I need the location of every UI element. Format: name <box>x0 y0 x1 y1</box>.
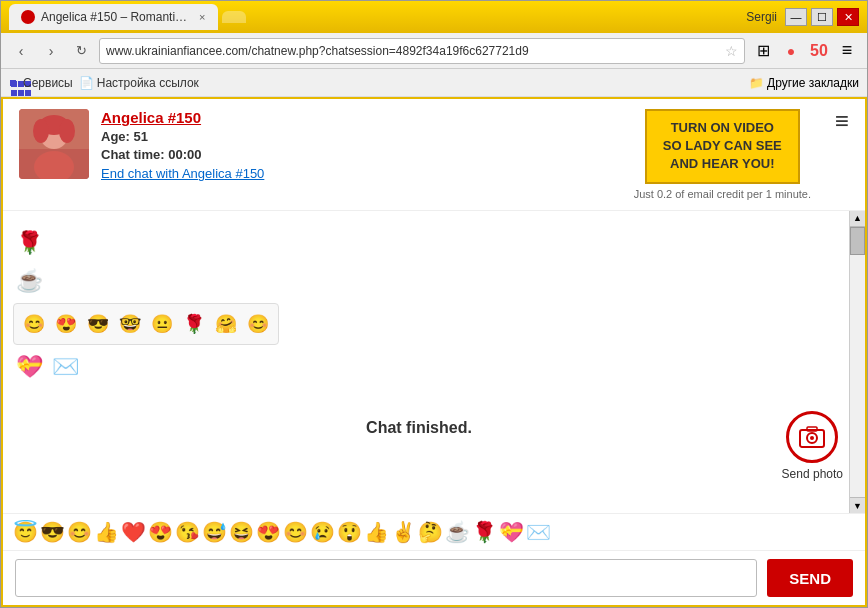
emoji-row-hearts: 💝 ✉️ <box>13 351 825 383</box>
send-photo-label: Send photo <box>782 467 843 481</box>
b-emoji-17[interactable]: ☕ <box>445 520 470 544</box>
title-bar: Angelica #150 – Romanti… × Sergii — ☐ ✕ <box>1 1 867 33</box>
user-label: Sergii <box>746 10 777 24</box>
scroll-up-btn[interactable]: ▲ <box>850 211 865 227</box>
nav-bar: ‹ › ↻ www.ukrainianfiancee.com/chatnew.p… <box>1 33 867 69</box>
bookmarks-bar: Сервисы 📄 Настройка ссылок 📁 Другие закл… <box>1 69 867 97</box>
chat-messages: 🌹 ☕ 😊 😍 😎 🤓 😐 🌹 🤗 😊 <box>3 211 865 513</box>
nav-icons: ⊞ ● 50 ≡ <box>751 39 859 63</box>
b-emoji-1[interactable]: 😇 <box>13 520 38 544</box>
emoji-8[interactable]: 😊 <box>244 310 272 338</box>
bottom-emoji-bar: 😇 😎 😊 👍 ❤️ 😍 😘 😅 😆 😍 😊 😢 😲 👍 ✌️ 🤔 ☕ 🌹 💝 … <box>3 513 865 550</box>
close-btn[interactable]: ✕ <box>837 8 859 26</box>
send-btn[interactable]: SEND <box>767 559 853 597</box>
video-section: TURN ON VIDEO SO LADY CAN SEE AND HEAR Y… <box>634 109 811 200</box>
window-controls: — ☐ ✕ <box>785 8 859 26</box>
emoji-coffee[interactable]: ☕ <box>13 265 45 297</box>
chat-time-info: Chat time: 00:00 <box>101 147 622 162</box>
chat-user-name[interactable]: Angelica #150 <box>101 109 622 126</box>
emoji-3[interactable]: 😎 <box>84 310 112 338</box>
camera-icon <box>798 423 826 451</box>
b-emoji-20[interactable]: ✉️ <box>526 520 551 544</box>
scroll-down-btn[interactable]: ▼ <box>850 497 865 513</box>
video-btn[interactable]: TURN ON VIDEO SO LADY CAN SEE AND HEAR Y… <box>645 109 800 184</box>
emoji-4[interactable]: 🤓 <box>116 310 144 338</box>
forward-btn[interactable]: › <box>39 39 63 63</box>
scroll-thumb[interactable] <box>850 227 865 255</box>
scroll-track <box>850 227 865 497</box>
chat-info: Angelica #150 Age: 51 Chat time: 00:00 E… <box>101 109 622 181</box>
svg-point-5 <box>59 119 75 143</box>
b-emoji-2[interactable]: 😎 <box>40 520 65 544</box>
emoji-heart-pair[interactable]: 💝 <box>13 351 45 383</box>
b-emoji-9[interactable]: 😆 <box>229 520 254 544</box>
end-chat-link[interactable]: End chat with Angelica #150 <box>101 166 622 181</box>
b-emoji-16[interactable]: 🤔 <box>418 520 443 544</box>
b-emoji-5[interactable]: ❤️ <box>121 520 146 544</box>
b-emoji-6[interactable]: 😍 <box>148 520 173 544</box>
b-emoji-4[interactable]: 👍 <box>94 520 119 544</box>
back-btn[interactable]: ‹ <box>9 39 33 63</box>
credit-info: Just 0.2 of email credit per 1 minute. <box>634 188 811 200</box>
emoji-rose[interactable]: 🌹 <box>13 227 45 259</box>
bookmark-page-icon: 📄 <box>79 76 94 90</box>
emoji-6[interactable]: 🌹 <box>180 310 208 338</box>
camera-btn[interactable] <box>786 411 838 463</box>
emoji-row-coffee: ☕ <box>13 265 825 297</box>
scrollbar[interactable]: ▲ ▼ <box>849 211 865 513</box>
tab-close-btn[interactable]: × <box>199 11 205 23</box>
chrome-icon[interactable]: ● <box>779 39 803 63</box>
bookmark-star-icon[interactable]: ☆ <box>725 43 738 59</box>
chat-input[interactable] <box>15 559 757 597</box>
extensions-icon[interactable]: ⊞ <box>751 39 775 63</box>
emoji-letter[interactable]: ✉️ <box>49 351 81 383</box>
minimize-btn[interactable]: — <box>785 8 807 26</box>
settings-bookmark[interactable]: 📄 Настройка ссылок <box>79 76 199 90</box>
title-bar-left: Angelica #150 – Romanti… × <box>9 4 746 30</box>
send-photo-section[interactable]: Send photo <box>782 411 843 481</box>
browser-window: Angelica #150 – Romanti… × Sergii — ☐ ✕ … <box>0 0 868 608</box>
emoji-5[interactable]: 😐 <box>148 310 176 338</box>
other-bookmarks[interactable]: 📁 Другие закладки <box>749 76 859 90</box>
chat-scroll-area[interactable]: 🌹 ☕ 😊 😍 😎 🤓 😐 🌹 🤗 😊 <box>3 211 865 513</box>
svg-point-4 <box>33 119 49 143</box>
tab-title: Angelica #150 – Romanti… <box>41 10 187 24</box>
chat-menu-icon[interactable]: ≡ <box>835 109 849 133</box>
address-text: www.ukrainianfiancee.com/chatnew.php?cha… <box>106 44 721 58</box>
b-emoji-8[interactable]: 😅 <box>202 520 227 544</box>
services-bookmark[interactable]: Сервисы <box>23 76 73 90</box>
b-emoji-18[interactable]: 🌹 <box>472 520 497 544</box>
b-emoji-3[interactable]: 😊 <box>67 520 92 544</box>
inactive-tab[interactable] <box>222 11 246 23</box>
b-emoji-10[interactable]: 😍 <box>256 520 281 544</box>
address-bar[interactable]: www.ukrainianfiancee.com/chatnew.php?cha… <box>99 38 745 64</box>
b-emoji-19[interactable]: 💝 <box>499 520 524 544</box>
emoji-7[interactable]: 🤗 <box>212 310 240 338</box>
emoji-panel: 😊 😍 😎 🤓 😐 🌹 🤗 😊 <box>13 303 279 345</box>
b-emoji-7[interactable]: 😘 <box>175 520 200 544</box>
active-tab[interactable]: Angelica #150 – Romanti… × <box>9 4 218 30</box>
emoji-row-flowers: 🌹 <box>13 227 825 259</box>
apps-icon[interactable]: 50 <box>807 39 831 63</box>
emoji-1[interactable]: 😊 <box>20 310 48 338</box>
chat-finished-text: Chat finished. <box>13 403 825 453</box>
b-emoji-12[interactable]: 😢 <box>310 520 335 544</box>
b-emoji-15[interactable]: ✌️ <box>391 520 416 544</box>
b-emoji-14[interactable]: 👍 <box>364 520 389 544</box>
b-emoji-11[interactable]: 😊 <box>283 520 308 544</box>
page-content: Angelica #150 Age: 51 Chat time: 00:00 E… <box>1 97 867 607</box>
avatar-overlay <box>19 149 89 179</box>
folder-icon: 📁 <box>749 76 764 90</box>
input-area: SEND <box>3 550 865 605</box>
age-info: Age: 51 <box>101 129 622 144</box>
b-emoji-13[interactable]: 😲 <box>337 520 362 544</box>
menu-icon[interactable]: ≡ <box>835 39 859 63</box>
svg-point-9 <box>810 436 814 440</box>
refresh-btn[interactable]: ↻ <box>69 39 93 63</box>
apps-shortcut[interactable] <box>9 79 17 87</box>
tab-favicon <box>21 10 35 24</box>
chat-header: Angelica #150 Age: 51 Chat time: 00:00 E… <box>3 99 865 211</box>
user-avatar[interactable] <box>19 109 89 179</box>
maximize-btn[interactable]: ☐ <box>811 8 833 26</box>
emoji-2[interactable]: 😍 <box>52 310 80 338</box>
